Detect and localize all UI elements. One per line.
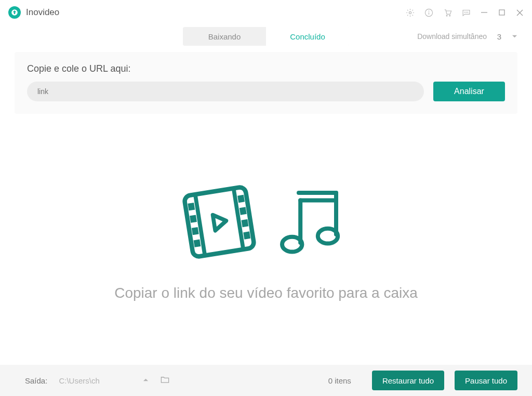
svg-rect-10 [499, 10, 504, 15]
url-input[interactable] [27, 82, 424, 101]
svg-rect-23 [243, 231, 250, 239]
item-count: 0 itens [328, 376, 351, 385]
restore-all-button[interactable]: Restaurar tudo [372, 371, 444, 390]
svg-point-29 [318, 228, 338, 243]
svg-rect-18 [192, 227, 199, 235]
svg-point-0 [409, 11, 411, 14]
app-title: Inovideo [26, 7, 59, 18]
cart-icon[interactable] [443, 8, 452, 17]
empty-state: Copiar o link do seu vídeo favorito para… [0, 114, 532, 365]
svg-point-4 [446, 15, 447, 16]
tabs: Baixando Concluído [183, 27, 349, 46]
feedback-icon[interactable] [461, 8, 471, 17]
footer: Saída: C:\Users\ch 0 itens Restaurar tud… [0, 365, 532, 396]
minimize-button[interactable] [480, 8, 488, 17]
svg-point-3 [429, 10, 429, 11]
output-label: Saída: [25, 376, 47, 385]
svg-rect-20 [237, 194, 245, 202]
pause-all-button[interactable]: Pausar tudo [455, 371, 517, 390]
svg-point-28 [282, 236, 302, 252]
film-icon [175, 178, 263, 266]
settings-icon[interactable] [405, 8, 415, 17]
svg-rect-17 [190, 215, 197, 222]
svg-point-6 [464, 12, 465, 12]
tab-done[interactable]: Concluído [266, 27, 349, 46]
empty-illustration [175, 178, 357, 266]
titlebar-right [405, 8, 524, 17]
simultaneous-download-selector[interactable]: Download simultâneo 3 [417, 32, 517, 41]
maximize-button[interactable] [498, 8, 506, 17]
empty-message: Copiar o link do seu vídeo favorito para… [114, 285, 418, 301]
tab-downloading[interactable]: Baixando [183, 27, 266, 46]
open-folder-icon[interactable] [160, 375, 170, 387]
output-path[interactable]: C:\Users\ch [59, 376, 137, 385]
svg-rect-19 [194, 239, 201, 247]
titlebar-left: Inovideo [8, 6, 59, 19]
svg-point-8 [467, 12, 468, 12]
analyze-button[interactable]: Analisar [433, 82, 505, 101]
svg-rect-21 [240, 207, 247, 215]
simultaneous-label: Download simultâneo [417, 32, 487, 41]
simultaneous-value: 3 [494, 32, 504, 41]
svg-point-7 [466, 12, 467, 12]
app-logo-icon [8, 6, 21, 19]
svg-rect-16 [188, 202, 195, 210]
svg-point-5 [449, 15, 450, 16]
url-panel: Copie e cole o URL aqui: Analisar [15, 52, 517, 114]
svg-rect-22 [242, 219, 249, 227]
output-path-chevron-up-icon[interactable] [143, 376, 149, 385]
music-note-icon [274, 183, 357, 261]
titlebar: Inovideo [0, 0, 532, 25]
close-button[interactable] [515, 8, 524, 17]
url-row: Analisar [27, 82, 505, 101]
tabs-row: Baixando Concluído Download simultâneo 3 [0, 25, 532, 48]
info-icon[interactable] [424, 8, 433, 17]
url-label: Copie e cole o URL aqui: [27, 63, 505, 74]
chevron-down-icon [512, 34, 517, 39]
